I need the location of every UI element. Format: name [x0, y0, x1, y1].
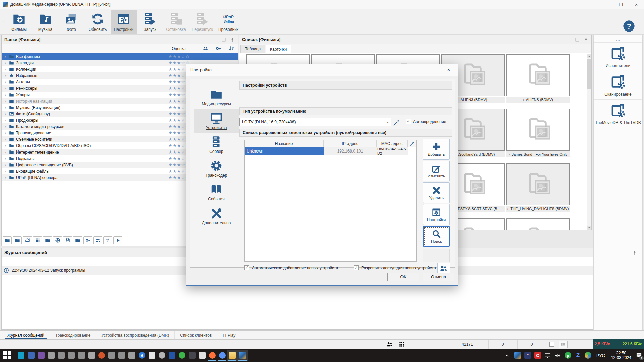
default-device-select[interactable]: LG TV (DLNA, 16:9, 720x406) ▾	[239, 118, 391, 126]
folders-toolbar-button[interactable]	[73, 236, 82, 244]
pin-icon[interactable]	[583, 37, 589, 42]
taskbar-app-icon[interactable]	[46, 350, 56, 361]
tray-z-icon[interactable]: Z	[573, 349, 583, 362]
view-tab[interactable]: Таблица	[240, 45, 265, 53]
autodetect-checkbox[interactable]	[406, 119, 411, 124]
folders-toolbar-button[interactable]	[23, 236, 32, 244]
scroll-up-arrow[interactable]: ▲	[587, 54, 591, 58]
dialog-nav-item[interactable]: Транскодер	[194, 157, 239, 180]
status-checkbox[interactable]	[549, 342, 554, 347]
card-chevron-icon[interactable]: ›	[507, 207, 509, 211]
toolbar-button[interactable]: Остановка	[163, 10, 189, 34]
folders-toolbar-button[interactable]	[3, 236, 12, 244]
expand-chevron-icon[interactable]: ›	[2, 61, 9, 65]
expand-chevron-icon[interactable]: ›	[2, 80, 9, 84]
taskbar-app-icon[interactable]	[117, 350, 127, 361]
pin-icon[interactable]	[632, 250, 637, 255]
expand-chevron-icon[interactable]: ›	[2, 169, 9, 174]
tray-volume-icon[interactable]	[553, 349, 563, 362]
taskbar-app-icon[interactable]	[97, 350, 107, 361]
toolbar-button[interactable]: Фильмы	[6, 10, 32, 34]
sort-icon[interactable]	[229, 46, 234, 51]
dialog-nav-item[interactable]: Устройства	[194, 109, 239, 133]
sidebar-tool[interactable]: Сканирование	[594, 71, 642, 99]
sidebar-tool[interactable]: TheMovieDB & TheTVDB	[594, 99, 642, 128]
taskbar-clock[interactable]: 22:50 12.03.2024	[608, 351, 634, 360]
taskbar-app-icon[interactable]	[157, 350, 167, 361]
taskbar-app-icon[interactable]	[107, 350, 117, 361]
auto-add-devices-checkbox[interactable]	[244, 265, 249, 270]
taskbar-app-icon[interactable]	[127, 350, 137, 361]
expand-chevron-icon[interactable]: ›	[2, 99, 9, 104]
vertical-scrollbar[interactable]: ▲ ▼	[587, 54, 591, 230]
view-tab[interactable]: Карточки	[266, 45, 291, 53]
tray-network-icon[interactable]	[543, 349, 553, 362]
expand-chevron-icon[interactable]: ›	[2, 131, 9, 135]
tray-idm-icon[interactable]	[583, 349, 593, 362]
dialog-nav-item[interactable]: Медиа-ресурсы	[194, 85, 239, 109]
dialog-action-button[interactable]: Изменить	[423, 161, 450, 181]
folders-toolbar-button[interactable]	[93, 236, 102, 244]
taskbar-app-icon[interactable]	[56, 350, 66, 361]
folders-toolbar-button[interactable]	[83, 236, 92, 244]
taskbar-app-icon[interactable]	[76, 350, 87, 361]
expand-chevron-icon[interactable]: ›	[2, 150, 9, 155]
taskbar-app-icon[interactable]	[66, 350, 76, 361]
media-card[interactable]: › ALIENS (BDMV)	[506, 54, 570, 103]
folders-toolbar-button[interactable]	[33, 236, 42, 244]
expand-chevron-icon[interactable]: ›	[2, 163, 9, 167]
taskbar-app-icon[interactable]	[87, 350, 97, 361]
allow-access-checkbox[interactable]	[354, 265, 359, 270]
tray-quote-icon[interactable]: ”	[523, 349, 533, 362]
card-chevron-icon[interactable]: ›	[509, 152, 510, 156]
toolbar-button[interactable]: Фото	[59, 10, 84, 34]
expand-chevron-icon[interactable]: ›	[2, 105, 9, 110]
card-chevron-icon[interactable]: ›	[523, 98, 524, 102]
folders-toolbar-button[interactable]	[43, 236, 52, 244]
bottom-tab[interactable]: Журнал сообщений	[2, 331, 50, 339]
taskbar-app-icon[interactable]	[197, 350, 207, 361]
media-card[interactable]: › James Bond - For Your Eyes Only	[506, 109, 570, 158]
status-clients-icon[interactable]	[386, 341, 393, 348]
folders-toolbar-button[interactable]	[13, 236, 22, 244]
status-image-button[interactable]	[559, 341, 568, 348]
toolbar-button[interactable]: Запуск	[137, 10, 163, 34]
device-config-icon[interactable]	[393, 119, 400, 126]
toolbar-button[interactable]: Музыка	[33, 10, 58, 34]
language-indicator[interactable]: РУС	[593, 353, 608, 358]
column-name[interactable]: Название	[245, 140, 324, 147]
expand-chevron-icon[interactable]: ›	[2, 137, 9, 142]
expand-chevron-icon[interactable]: ›	[2, 93, 9, 97]
folders-toolbar-button[interactable]	[63, 236, 72, 244]
rating-stars[interactable]: ★★★☆☆	[164, 54, 194, 59]
folders-toolbar-button[interactable]	[113, 236, 122, 244]
expand-chevron-icon[interactable]: ›	[2, 86, 9, 91]
taskbar-app-icon[interactable]	[167, 350, 177, 361]
media-card[interactable]	[506, 218, 570, 230]
scroll-down-arrow[interactable]: ▼	[587, 226, 591, 230]
folder-tree-row[interactable]: › Все фильмы ★★★☆☆	[2, 53, 238, 60]
device-table-row[interactable]: Unknown 192.168.0.101 D8-CB-8A-52-47-D2	[245, 147, 416, 155]
bottom-tab[interactable]: Транскодирование	[50, 331, 96, 339]
expand-chevron-icon[interactable]: ›	[2, 54, 9, 59]
bottom-tab[interactable]: Устройства воспроизведения (DMR)	[96, 331, 175, 339]
key-icon[interactable]	[216, 46, 221, 51]
maximize-button[interactable]: ❐	[613, 0, 629, 9]
ok-button[interactable]: OK	[387, 273, 419, 281]
expand-chevron-icon[interactable]: ›	[2, 112, 9, 116]
dialog-nav-item[interactable]: Дополнительно	[194, 204, 239, 228]
dialog-nav-item[interactable]: Сервер	[194, 133, 239, 157]
sidebar-tool[interactable]: Исполнители	[594, 42, 642, 71]
taskbar-app-icon[interactable]	[237, 350, 248, 361]
notification-center-icon[interactable]: 1	[634, 349, 644, 362]
column-config-icon[interactable]	[408, 140, 416, 147]
close-button[interactable]: ×	[629, 0, 644, 9]
tray-expand-chevron-icon[interactable]	[502, 349, 513, 362]
clients-icon[interactable]	[203, 46, 208, 51]
expand-chevron-icon[interactable]: ›	[2, 156, 9, 161]
toolbar-button[interactable]: Настройки	[111, 10, 137, 34]
scroll-thumb[interactable]	[587, 59, 591, 89]
taskbar-app-icon[interactable]	[187, 350, 197, 361]
taskbar-app-icon[interactable]	[227, 350, 237, 361]
taskbar-app-icon[interactable]	[36, 350, 46, 361]
